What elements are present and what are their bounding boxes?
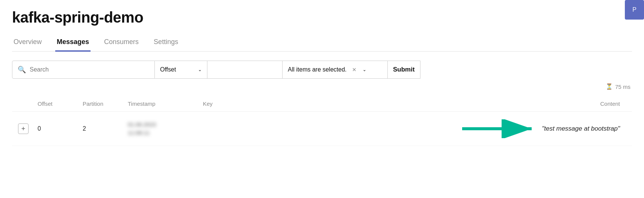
offset-label: Offset xyxy=(160,66,176,73)
tab-consumers[interactable]: Consumers xyxy=(103,34,140,52)
tab-messages[interactable]: Messages xyxy=(55,34,91,52)
page-title: kafka-spring-demo xyxy=(12,9,143,26)
cell-content: "test message at bootstrap" xyxy=(245,118,632,140)
col-header-content: Content xyxy=(245,99,632,108)
table-container: Offset Partition Timestamp Key Content +… xyxy=(12,96,632,146)
cell-key xyxy=(200,127,245,130)
filters-row: 🔍 Offset ⌄ All items are selected. ✕ ⌄ S… xyxy=(12,61,632,79)
clock-icon: ⏳ xyxy=(606,83,613,90)
content-value: "test message at bootstrap" xyxy=(542,125,620,133)
expand-button[interactable]: + xyxy=(18,123,29,134)
col-header-offset: Offset xyxy=(35,99,80,108)
search-input[interactable] xyxy=(30,66,149,73)
tab-settings[interactable]: Settings xyxy=(152,34,180,52)
submit-button[interactable]: Submit xyxy=(388,61,420,79)
tabs-row: Overview Messages Consumers Settings xyxy=(12,34,632,52)
col-header-key: Key xyxy=(200,99,245,108)
page-container: kafka-spring-demo P Overview Messages Co… xyxy=(0,0,644,146)
cell-offset: 0 xyxy=(35,124,80,134)
partition-all-label: All items are selected. xyxy=(288,66,347,73)
teal-arrow-icon xyxy=(462,119,537,138)
col-header-partition: Partition xyxy=(80,99,125,108)
cell-timestamp: 01.06.202311:08:11 xyxy=(125,119,200,139)
corner-button[interactable]: P xyxy=(625,0,644,20)
table-row: + 0 2 01.06.202311:08:11 xyxy=(12,112,632,146)
cell-partition: 2 xyxy=(80,124,125,134)
chevron-down-icon: ⌄ xyxy=(198,67,202,72)
cell-expand: + xyxy=(12,122,35,136)
col-header-expand xyxy=(12,99,35,108)
col-header-timestamp: Timestamp xyxy=(125,99,200,108)
timer-value: 75 ms xyxy=(615,84,630,90)
search-icon: 🔍 xyxy=(18,65,26,74)
offset-dropdown[interactable]: Offset ⌄ xyxy=(155,61,207,79)
offset-value-segment xyxy=(207,61,283,79)
chevron-down-icon-partition: ⌄ xyxy=(363,67,366,72)
close-icon[interactable]: ✕ xyxy=(352,67,357,73)
partition-selector[interactable]: All items are selected. ✕ ⌄ xyxy=(283,61,388,79)
timestamp-blurred: 01.06.202311:08:11 xyxy=(128,120,197,137)
search-segment: 🔍 xyxy=(12,61,155,79)
table-header: Offset Partition Timestamp Key Content xyxy=(12,96,632,112)
timer-row: ⏳ 75 ms xyxy=(12,83,632,90)
offset-value-input[interactable] xyxy=(213,66,277,73)
header-row: kafka-spring-demo P xyxy=(12,9,632,26)
tab-overview[interactable]: Overview xyxy=(12,34,43,52)
